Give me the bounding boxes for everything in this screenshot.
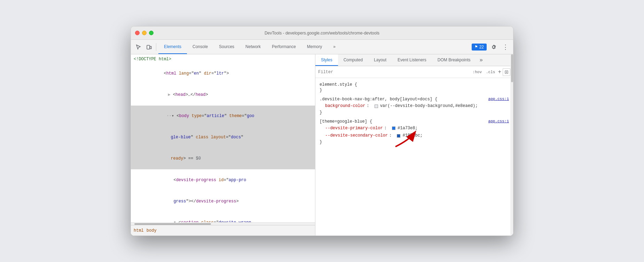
- device-toolbar-icon[interactable]: [144, 42, 154, 52]
- breadcrumb-html[interactable]: html: [134, 228, 144, 233]
- styles-scrollbar[interactable]: [510, 54, 513, 236]
- tab-memory[interactable]: Memory: [301, 40, 328, 54]
- devtools-window: DevTools - developers.google.com/web/too…: [131, 26, 513, 236]
- tab-network[interactable]: Network: [240, 40, 266, 54]
- css-property-primary-color: --devsite-primary-color: #1a73e8;: [320, 125, 509, 132]
- color-swatch-185abc[interactable]: [397, 134, 400, 138]
- tab-performance[interactable]: Performance: [266, 40, 301, 54]
- breadcrumb-body[interactable]: body: [147, 228, 157, 233]
- styles-content: element.style { } .devsite-book-nav-bg:a…: [315, 78, 513, 236]
- dom-panel: <!DOCTYPE html> <html lang="en" dir="ltr…: [131, 54, 315, 236]
- force-element-state-button[interactable]: [503, 68, 510, 76]
- styles-tab-layout[interactable]: Layout: [368, 54, 392, 66]
- css-file-ref-1[interactable]: app.css:1: [488, 97, 509, 101]
- css-property-bg-color: background-color: var(--devsite-body-bac…: [320, 102, 509, 110]
- styles-tab-event-listeners[interactable]: Event Listeners: [392, 54, 432, 66]
- tab-more[interactable]: »: [328, 40, 341, 54]
- css-file-ref-2[interactable]: app.css:1: [488, 119, 509, 123]
- styles-tab-dom-breakpoints[interactable]: DOM Breakpoints: [432, 54, 476, 66]
- dom-line-section-1[interactable]: ▾ <section class="devsite-wrapp: [131, 212, 315, 222]
- issues-icon: ⚑: [474, 45, 478, 49]
- top-toolbar: Elements Console Sources Network Perform…: [131, 40, 513, 54]
- issues-count: 22: [479, 45, 484, 49]
- add-style-button[interactable]: +: [498, 69, 501, 75]
- toolbar-separator: [156, 43, 156, 51]
- hov-button[interactable]: :hov: [471, 69, 483, 75]
- settings-icon[interactable]: [489, 42, 498, 52]
- svg-rect-1: [150, 46, 151, 49]
- styles-tabs: Styles Computed Layout Event Listeners D…: [315, 54, 513, 66]
- styles-tab-styles[interactable]: Styles: [315, 54, 338, 66]
- filter-bar: :hov .cls +: [315, 66, 513, 78]
- element-picker-icon[interactable]: [134, 42, 143, 52]
- css-rule-devsite-nav: .devsite-book-nav-bg:after, body[layout=…: [315, 95, 513, 116]
- css-selector-devsite-nav: .devsite-book-nav-bg:after, body[layout=…: [320, 97, 509, 102]
- minimize-button[interactable]: [142, 31, 147, 35]
- dom-line-progress-2: gress"></devsite-progress>: [131, 191, 315, 212]
- dom-line-doctype: <!DOCTYPE html>: [131, 56, 315, 63]
- css-rule-element-style: element.style { }: [315, 81, 513, 94]
- devtools-main: Elements Console Sources Network Perform…: [131, 40, 513, 236]
- cls-button[interactable]: .cls: [485, 69, 496, 75]
- dom-breadcrumb: html body: [131, 225, 315, 236]
- dom-line-head[interactable]: ▶ <head>…</head>: [131, 84, 315, 106]
- maximize-button[interactable]: [149, 31, 154, 35]
- css-selector-element-style: element.style {: [320, 82, 509, 87]
- close-button[interactable]: [135, 31, 140, 35]
- styles-panel: Styles Computed Layout Event Listeners D…: [315, 54, 513, 236]
- color-swatch-1a73e8[interactable]: [392, 126, 395, 130]
- styles-tab-more[interactable]: »: [476, 54, 487, 66]
- dom-horizontal-scrollbar[interactable]: [131, 222, 315, 225]
- more-options-icon[interactable]: ⋮: [501, 42, 510, 52]
- dom-tree[interactable]: <!DOCTYPE html> <html lang="en" dir="ltr…: [131, 54, 315, 222]
- css-rule-google-blue: [theme=google-blue] { app.css:1 --devsit…: [315, 118, 513, 146]
- main-content: <!DOCTYPE html> <html lang="en" dir="ltr…: [131, 54, 513, 236]
- dom-line-body-1[interactable]: ··▾ <body type="article" theme="goo: [131, 106, 315, 127]
- main-tabs: Elements Console Sources Network Perform…: [158, 40, 471, 54]
- dom-line-body-2: gle-blue" class layout="docs": [131, 127, 315, 148]
- svg-rect-0: [147, 45, 150, 49]
- css-selector-google-blue: [theme=google-blue] { app.css:1: [320, 119, 509, 124]
- color-swatch-e8eaed[interactable]: [375, 105, 378, 108]
- tab-elements[interactable]: Elements: [158, 40, 187, 54]
- styles-scrollbar-thumb: [511, 54, 513, 82]
- titlebar: DevTools - developers.google.com/web/too…: [131, 26, 513, 40]
- window-title: DevTools - developers.google.com/web/too…: [265, 31, 379, 36]
- dom-line-body-3: ready> == $0: [131, 148, 315, 169]
- styles-tab-computed[interactable]: Computed: [338, 54, 368, 66]
- filter-controls: :hov .cls +: [471, 68, 510, 76]
- dom-scrollbar-thumb: [134, 223, 211, 225]
- filter-input[interactable]: [318, 70, 469, 75]
- tab-sources[interactable]: Sources: [213, 40, 240, 54]
- toolbar-right: ⚑ 22 ⋮: [472, 42, 510, 52]
- issues-badge[interactable]: ⚑ 22: [472, 44, 487, 51]
- traffic-lights: [135, 31, 154, 35]
- dom-line-html[interactable]: <html lang="en" dir="ltr">: [131, 63, 315, 84]
- tab-console[interactable]: Console: [187, 40, 213, 54]
- css-property-secondary-color: --devsite-secondary-color: #185abc;: [320, 132, 509, 140]
- dom-line-progress-1[interactable]: <devsite-progress id="app-pro: [131, 169, 315, 191]
